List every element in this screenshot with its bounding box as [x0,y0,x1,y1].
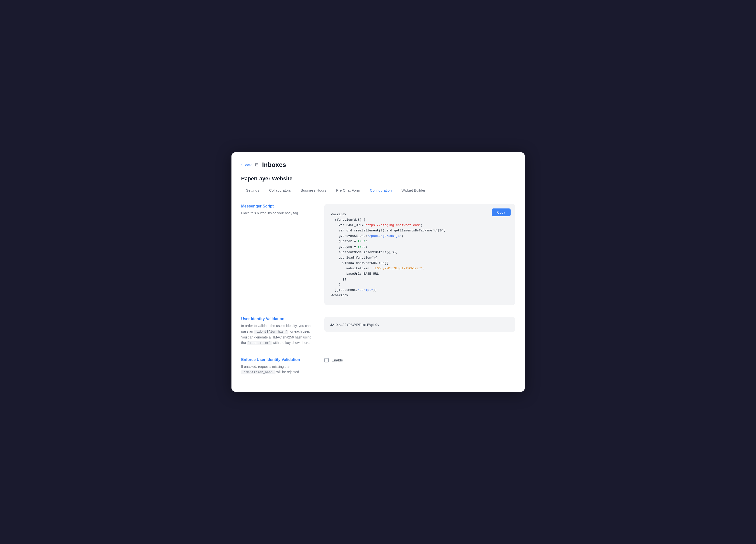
back-label: Back [243,163,252,167]
tab-settings[interactable]: Settings [241,186,264,195]
tab-business-hours[interactable]: Business Hours [296,186,331,195]
inbox-name: PaperLayer Website [241,175,515,182]
back-link[interactable]: ‹ Back [241,163,252,167]
tab-collaborators[interactable]: Collaborators [264,186,296,195]
user-identity-right: Copy JAtXzaAJY9AVNPF1atEVpL9v [324,317,515,332]
user-identity-token: JAtXzaAJY9AVNPF1atEVpL9v [330,323,509,327]
tab-pre-chat-form[interactable]: Pre Chat Form [331,186,365,195]
identifier-code: `identifier` [247,341,272,345]
messenger-script-section: Messenger Script Place this button insid… [241,204,515,305]
enforce-desc: If enabled, requests missing the `identi… [241,364,315,375]
tabs-bar: Settings Collaborators Business Hours Pr… [241,186,515,195]
user-identity-token-box: JAtXzaAJY9AVNPF1atEVpL9v [324,317,515,332]
back-arrow-icon: ‹ [241,163,242,167]
enforce-identifier-hash-code: `identifier_hash` [241,370,276,374]
messenger-script-info: Messenger Script Place this button insid… [241,204,315,216]
tab-configuration[interactable]: Configuration [365,186,396,195]
user-identity-section: User Identity Validation In order to val… [241,317,515,346]
enforce-checkbox[interactable] [324,358,329,362]
header-nav: ‹ Back ⊟ Inboxes [241,161,515,169]
inbox-icon: ⊟ [255,162,259,167]
messenger-script-code: <script> (function(d,t) { var BASE_URL="… [331,212,508,298]
enforce-right: Enable [324,358,515,362]
identifier-hash-code: `identifier_hash` [254,330,288,334]
messenger-script-code-block: Copy <script> (function(d,t) { var BASE_… [324,204,515,305]
enforce-info: Enforce User Identity Validation If enab… [241,358,315,375]
enforce-enable-label: Enable [332,358,343,362]
enforce-title: Enforce User Identity Validation [241,358,315,362]
messenger-script-title: Messenger Script [241,204,315,208]
user-identity-info: User Identity Validation In order to val… [241,317,315,346]
enforce-section: Enforce User Identity Validation If enab… [241,358,515,375]
user-identity-title: User Identity Validation [241,317,315,321]
user-identity-desc: In order to validate the user's identity… [241,323,315,346]
messenger-script-desc: Place this button inside your body tag [241,210,315,216]
tab-widget-builder[interactable]: Widget Builder [397,186,430,195]
messenger-script-copy-button[interactable]: Copy [492,208,511,216]
main-window: ‹ Back ⊟ Inboxes PaperLayer Website Sett… [231,152,525,392]
page-title: Inboxes [262,161,286,169]
